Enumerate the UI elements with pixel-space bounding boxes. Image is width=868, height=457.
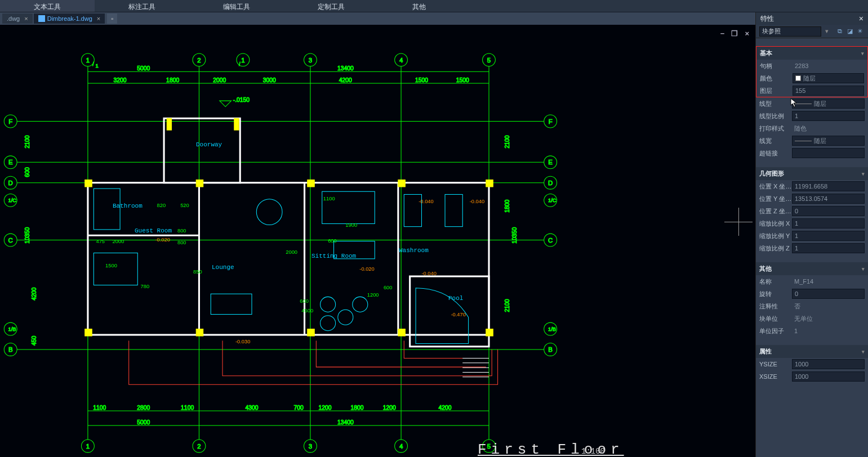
section-basic-header[interactable]: 基本 ▾: [756, 46, 868, 60]
toolbar-annotate-tools[interactable]: 标注工具: [95, 0, 189, 12]
section-title: 几何图形: [759, 169, 784, 178]
tab-close-icon[interactable]: ×: [24, 15, 28, 22]
prop-unit[interactable]: 块单位无单位: [756, 312, 868, 325]
prop-plotstyle[interactable]: 打印样式随色: [756, 122, 868, 135]
svg-text:13400: 13400: [337, 65, 354, 71]
dropdown-icon[interactable]: ▾: [825, 28, 829, 35]
panel-title-text: 特性: [760, 14, 774, 24]
svg-text:1100: 1100: [323, 196, 335, 201]
svg-text:1200: 1200: [318, 405, 331, 411]
svg-rect-116: [196, 180, 203, 186]
svg-text:13400: 13400: [337, 419, 354, 425]
quick-select-icon[interactable]: ◪: [845, 27, 854, 36]
section-geometry: 几何图形▾ 位置 X 坐…11991.6658 位置 Y 坐…13513.057…: [756, 167, 868, 254]
prop-posx[interactable]: 位置 X 坐…11991.6658: [756, 180, 868, 192]
panel-close-icon[interactable]: ×: [859, 14, 863, 23]
panel-title-bar[interactable]: 特性 ×: [756, 12, 868, 25]
prop-ysize[interactable]: YSIZE1000: [756, 358, 868, 370]
chevron-down-icon: ▾: [861, 51, 864, 56]
room-label-doorway: Doorway: [196, 141, 222, 148]
tab-inactive[interactable]: .dwg ×: [2, 14, 33, 24]
prop-posy[interactable]: 位置 Y 坐…13513.0574: [756, 192, 868, 205]
room-label-lounge: Lounge: [212, 264, 234, 271]
prop-posz[interactable]: 位置 Z 坐…0: [756, 205, 868, 217]
section-title: 其他: [759, 265, 772, 273]
svg-rect-97: [164, 118, 240, 182]
chevron-down-icon: ▾: [862, 171, 865, 177]
prop-scaley[interactable]: 缩放比例 Y1: [756, 230, 868, 242]
toolbar-other[interactable]: 其他: [379, 0, 460, 12]
svg-text:1900: 1900: [345, 222, 357, 228]
svg-text:4: 4: [399, 443, 403, 450]
section-attr-header[interactable]: 属性▾: [756, 345, 868, 358]
drawing-window-controls: − ❐ ×: [719, 29, 751, 38]
svg-text:4300: 4300: [245, 405, 258, 411]
svg-text:1: 1: [95, 63, 98, 69]
sun-icon[interactable]: ☀: [856, 27, 865, 36]
svg-text:-.0150: -.0150: [233, 97, 250, 103]
svg-text:1800: 1800: [504, 199, 510, 212]
prop-name[interactable]: 名称M_F14: [756, 275, 868, 288]
room-label-pool: Pool: [448, 295, 463, 302]
svg-point-108: [256, 199, 282, 225]
prop-scalex[interactable]: 缩放比例 X1: [756, 217, 868, 230]
svg-text:2100: 2100: [504, 135, 510, 148]
prop-color[interactable]: 颜色随层: [756, 72, 867, 84]
svg-text:4: 4: [399, 57, 403, 64]
svg-text:475: 475: [96, 239, 105, 244]
prop-xsize[interactable]: XSIZE1000: [756, 370, 868, 383]
prop-unitfactor[interactable]: 单位因子1: [756, 325, 868, 337]
main-toolbar: 文本工具 标注工具 编辑工具 定制工具 其他: [0, 0, 868, 12]
room-label-sitting: Sitting Room: [311, 253, 356, 259]
svg-text:10350: 10350: [511, 227, 518, 244]
svg-rect-104: [94, 253, 137, 285]
chevron-down-icon: ▾: [862, 266, 865, 272]
tab-active[interactable]: Dimbreak-1.dwg ×: [34, 14, 105, 24]
toolbar-text-tools[interactable]: 文本工具: [0, 0, 95, 12]
restore-icon[interactable]: ❐: [729, 29, 740, 38]
svg-text:700: 700: [294, 405, 304, 411]
svg-text:2100: 2100: [24, 135, 30, 148]
section-basic: 基本 ▾ 句柄2283 颜色随层 图层155: [756, 46, 868, 97]
svg-text:3200: 3200: [114, 77, 127, 83]
prop-linescale[interactable]: 线型比例1: [756, 110, 868, 122]
prop-hyperlink[interactable]: 超链接: [756, 147, 868, 159]
svg-text:820: 820: [157, 203, 166, 208]
section-other-header[interactable]: 其他▾: [756, 262, 868, 275]
svg-text:4200: 4200: [31, 287, 37, 300]
cad-drawing[interactable]: 1 /1 2 1 / 3 4 5 1 2 3 4 5 F E D C B F E…: [0, 25, 755, 457]
tab-close-icon[interactable]: ×: [97, 15, 100, 22]
svg-text:1/B: 1/B: [548, 326, 556, 332]
object-type-selector: ▾ ⧉ ◪ ☀: [756, 25, 868, 38]
section-geometry-header[interactable]: 几何图形▾: [756, 167, 868, 180]
new-tab-button[interactable]: ▫: [107, 14, 117, 24]
toggle-pai-icon[interactable]: ⧉: [835, 27, 844, 36]
toolbar-custom-tools[interactable]: 定制工具: [284, 0, 379, 12]
svg-text:5000: 5000: [137, 65, 150, 71]
prop-handle[interactable]: 句柄2283: [756, 60, 867, 72]
prop-layer[interactable]: 图层155: [756, 84, 867, 97]
svg-rect-117: [308, 180, 314, 186]
svg-rect-120: [85, 329, 92, 336]
object-type-input[interactable]: [759, 26, 821, 37]
minimize-icon[interactable]: −: [719, 29, 727, 38]
svg-text:1200: 1200: [383, 405, 396, 411]
prop-rotation[interactable]: 旋转0: [756, 288, 868, 300]
svg-text:600: 600: [300, 298, 309, 304]
svg-rect-118: [398, 180, 405, 186]
svg-point-109: [321, 297, 336, 312]
drawing-canvas-area[interactable]: − ❐ × 1 /1 2 1 / 3 4 5 1 2 3 4 5 F E D C…: [0, 25, 755, 457]
svg-text:-0.020: -0.020: [359, 266, 375, 272]
prop-scalez[interactable]: 缩放比例 Z1: [756, 242, 868, 254]
svg-text:2800: 2800: [137, 405, 150, 411]
svg-text:1/C: 1/C: [548, 198, 557, 203]
close-icon[interactable]: ×: [743, 29, 751, 38]
svg-rect-121: [196, 329, 203, 336]
prop-annotative[interactable]: 注释性否: [756, 300, 868, 312]
toolbar-edit-tools[interactable]: 编辑工具: [189, 0, 284, 12]
svg-rect-123: [398, 329, 405, 336]
svg-text:E: E: [548, 159, 553, 165]
prop-linetype[interactable]: 线型随层: [756, 97, 868, 110]
prop-lineweight[interactable]: 线宽随层: [756, 135, 868, 147]
drawing-scale: 1:100: [581, 447, 605, 456]
